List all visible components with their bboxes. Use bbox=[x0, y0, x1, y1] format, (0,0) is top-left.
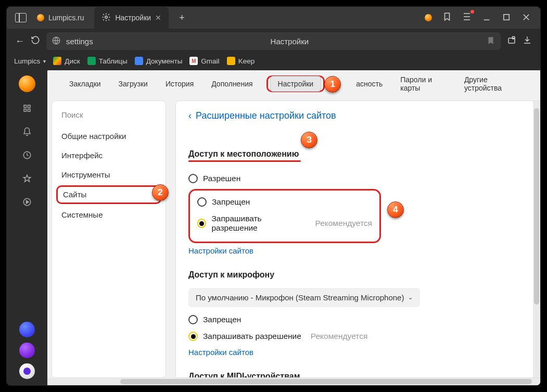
downloads-icon[interactable] bbox=[462, 12, 472, 23]
scrollbar-horizontal[interactable] bbox=[47, 378, 540, 385]
radio-icon bbox=[188, 174, 198, 183]
recommended-hint: Рекомендуется bbox=[311, 332, 367, 341]
profile-icon[interactable] bbox=[425, 14, 432, 21]
section-location-title: Доступ к местоположению bbox=[188, 149, 299, 159]
radio-selected-icon bbox=[188, 332, 198, 341]
download-tray-icon[interactable] bbox=[523, 35, 532, 47]
rail-bubble-2[interactable] bbox=[19, 343, 35, 358]
nav-devices[interactable]: Другие устройства bbox=[460, 72, 523, 95]
favicon-lumpics-icon bbox=[37, 14, 44, 21]
svg-point-0 bbox=[105, 16, 108, 18]
url-text: settings bbox=[66, 37, 93, 46]
bookmark-gmail[interactable]: MGmail bbox=[189, 57, 219, 65]
link-location-sites[interactable]: Настройки сайтов bbox=[188, 246, 253, 255]
radio-mic-denied[interactable]: Запрещен bbox=[188, 311, 528, 328]
extensions-icon[interactable] bbox=[507, 35, 516, 47]
side-rail bbox=[7, 70, 47, 385]
address-bar: ← settings Настройки bbox=[7, 29, 540, 54]
back-icon[interactable]: ← bbox=[15, 36, 24, 47]
gear-icon bbox=[101, 12, 111, 23]
close-icon[interactable] bbox=[521, 12, 531, 23]
settings-main: ‹ Расширенные настройки сайтов Доступ к … bbox=[175, 100, 540, 378]
tab-label: Lumpics.ru bbox=[48, 14, 84, 22]
sidebar-item-system[interactable]: Системные bbox=[52, 205, 166, 224]
svg-rect-6 bbox=[28, 105, 31, 108]
tab-settings[interactable]: Настройки ✕ bbox=[94, 7, 169, 29]
svg-rect-1 bbox=[504, 14, 510, 20]
nav-downloads[interactable]: Загрузки bbox=[115, 77, 152, 91]
sidebar-item-sites[interactable]: Сайты bbox=[63, 190, 86, 199]
scrollbar-vertical[interactable] bbox=[533, 101, 540, 377]
settings-sidebar: Поиск Общие настройки Интерфейс Инструме… bbox=[52, 100, 166, 378]
callout-3: 3 bbox=[301, 132, 317, 148]
annotation-frame-4: Запрещен Запрашивать разрешение Рекоменд… bbox=[188, 189, 381, 243]
section-mic-title: Доступ к микрофону bbox=[188, 270, 528, 280]
reload-icon[interactable] bbox=[31, 35, 40, 47]
rail-history-icon[interactable] bbox=[22, 150, 32, 162]
svg-rect-5 bbox=[24, 105, 27, 108]
rail-alice-icon[interactable] bbox=[19, 363, 35, 379]
nav-security[interactable]: асность bbox=[352, 77, 387, 91]
rail-favorites-icon[interactable] bbox=[22, 174, 32, 186]
bookmark-docs[interactable]: Документы bbox=[135, 57, 183, 65]
panel-toggle-icon[interactable] bbox=[15, 13, 27, 22]
bookmark-ribbon-icon[interactable] bbox=[442, 12, 452, 23]
mic-default-dropdown[interactable]: По умолчанию - Микрофон (Steam Streaming… bbox=[188, 288, 420, 307]
callout-4: 4 bbox=[387, 201, 404, 218]
bookmark-icon[interactable] bbox=[486, 36, 495, 47]
nav-settings[interactable]: Настройки bbox=[270, 76, 322, 92]
nav-bookmarks[interactable]: Закладки bbox=[65, 77, 105, 91]
rail-bubble-1[interactable] bbox=[19, 322, 35, 337]
rail-services-icon[interactable] bbox=[22, 104, 32, 116]
bookmark-keep[interactable]: Keep bbox=[227, 57, 255, 65]
radio-mic-ask[interactable]: Запрашивать разрешение Рекомендуется bbox=[188, 328, 528, 345]
minimize-icon[interactable] bbox=[482, 12, 491, 23]
sidebar-search[interactable]: Поиск bbox=[52, 104, 166, 127]
annotation-frame-1: Настройки 1 bbox=[266, 75, 325, 92]
callout-2: 2 bbox=[152, 184, 169, 201]
sidebar-item-tools[interactable]: Инструменты bbox=[52, 165, 166, 184]
bookmark-folder-lumpics[interactable]: Lumpics ▾ bbox=[14, 57, 46, 65]
nav-passwords[interactable]: Пароли и карты bbox=[396, 72, 451, 95]
radio-selected-icon bbox=[197, 219, 206, 228]
sidebar-item-interface[interactable]: Интерфейс bbox=[52, 146, 166, 165]
close-tab-icon[interactable]: ✕ bbox=[155, 14, 161, 22]
sidebar-item-general[interactable]: Общие настройки bbox=[52, 127, 166, 146]
bookmark-sheets[interactable]: Таблицы bbox=[87, 57, 128, 65]
svg-rect-8 bbox=[28, 109, 31, 112]
settings-topnav: Закладки Загрузки История Дополнения Нас… bbox=[47, 70, 540, 97]
back-link[interactable]: ‹ Расширенные настройки сайтов bbox=[188, 110, 528, 121]
radio-location-allowed[interactable]: Разрешен bbox=[188, 170, 528, 187]
titlebar: Lumpics.ru Настройки ✕ + bbox=[7, 7, 540, 29]
page-label: Настройки bbox=[271, 37, 309, 46]
rail-notifications-icon[interactable] bbox=[22, 127, 32, 139]
tab-label: Настройки bbox=[115, 14, 151, 22]
rail-home-icon[interactable] bbox=[19, 75, 35, 92]
new-tab-button[interactable]: + bbox=[172, 12, 192, 23]
nav-addons[interactable]: Дополнения bbox=[207, 77, 257, 91]
globe-icon bbox=[52, 36, 61, 47]
bookmarks-bar: Lumpics ▾ Диск Таблицы Документы MGmail … bbox=[7, 54, 540, 70]
callout-1: 1 bbox=[324, 76, 341, 93]
section-midi-title: Доступ к MIDI-устройствам bbox=[188, 372, 528, 378]
address-field[interactable]: settings Настройки bbox=[46, 32, 501, 50]
tab-lumpics[interactable]: Lumpics.ru bbox=[30, 7, 91, 29]
radio-icon bbox=[197, 197, 207, 207]
svg-rect-7 bbox=[24, 109, 27, 112]
radio-icon bbox=[188, 315, 198, 324]
chevron-left-icon: ‹ bbox=[188, 110, 192, 121]
radio-location-ask[interactable]: Запрашивать разрешение Рекомендуется bbox=[197, 210, 372, 236]
chevron-down-icon: ⌄ bbox=[408, 294, 413, 301]
maximize-icon[interactable] bbox=[502, 12, 511, 23]
bookmark-disk[interactable]: Диск bbox=[53, 57, 80, 65]
link-mic-sites[interactable]: Настройки сайтов bbox=[188, 348, 253, 357]
radio-location-denied[interactable]: Запрещен bbox=[197, 194, 372, 210]
recommended-hint: Рекомендуется bbox=[315, 219, 372, 228]
annotation-frame-2: Сайты bbox=[56, 185, 161, 204]
rail-play-icon[interactable] bbox=[22, 197, 32, 209]
nav-history[interactable]: История bbox=[161, 77, 198, 91]
